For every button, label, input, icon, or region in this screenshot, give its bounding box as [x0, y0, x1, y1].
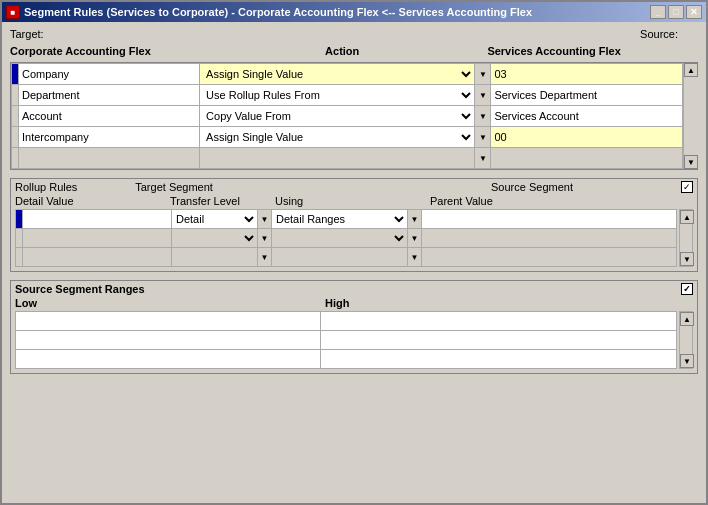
ranges-grid [15, 311, 677, 369]
content-area: Target: Source: Corporate Accounting Fle… [2, 22, 706, 503]
action-cell-td[interactable]: Assign Single Value Use Rollup Rules Fro… [200, 64, 491, 85]
table-row: Company Assign Single Value Use Rollup R… [12, 64, 683, 85]
rollup-detail-input[interactable] [23, 210, 171, 228]
main-window: ■ Segment Rules (Services to Corporate) … [0, 0, 708, 505]
high-input-2[interactable] [321, 331, 676, 349]
scroll-up-button[interactable]: ▲ [684, 63, 698, 77]
rollup-scroll-down[interactable]: ▼ [680, 252, 694, 266]
ranges-checkbox[interactable] [681, 283, 693, 295]
using-dropdown-arrow[interactable]: ▼ [407, 210, 421, 228]
window-icon: ■ [6, 5, 20, 19]
minimize-button[interactable]: _ [650, 5, 666, 19]
scroll-down-button[interactable]: ▼ [684, 155, 698, 169]
action-select-account[interactable]: Copy Value From Assign Single Value Use … [200, 106, 474, 126]
ranges-header: Source Segment Ranges [11, 281, 697, 297]
rollup-source-cell[interactable] [422, 210, 677, 229]
detail-value-header: Detail Value [15, 195, 170, 207]
row-indicator-empty [12, 85, 19, 106]
rollup-transfer-cell-empty3: ▼ [172, 248, 272, 267]
high-cell-1[interactable] [321, 312, 677, 331]
rollup-source-cell-empty3 [422, 248, 677, 267]
dropdown-arrow-company[interactable]: ▼ [474, 64, 490, 84]
source-cell-company[interactable]: 03 [491, 64, 683, 85]
rollup-source-input[interactable] [422, 210, 676, 228]
action-dropdown-company[interactable]: Assign Single Value Use Rollup Rules Fro… [200, 64, 490, 84]
rollup-section: Rollup Rules Target Segment Source Segme… [10, 178, 698, 272]
using-header: Using [275, 195, 430, 207]
empty-source [491, 148, 682, 168]
source-label: Source: [640, 28, 678, 40]
using-dropdown-arrow-3[interactable]: ▼ [407, 248, 421, 266]
ranges-scroll-up[interactable]: ▲ [680, 312, 694, 326]
target-cell-interco: Intercompany [19, 127, 200, 148]
low-input-3[interactable] [16, 350, 320, 368]
rollup-using-cell-empty3: ▼ [272, 248, 422, 267]
rollup-transfer-select[interactable]: Detail Summary [172, 210, 257, 228]
ranges-scroll-down[interactable]: ▼ [680, 354, 694, 368]
row-indicator-account [12, 106, 19, 127]
rollup-scroll-track [680, 224, 692, 252]
source-cell-interco[interactable]: 00 [491, 127, 683, 148]
rollup-detail-cell[interactable] [23, 210, 172, 229]
action-select-company[interactable]: Assign Single Value Use Rollup Rules Fro… [200, 64, 474, 84]
low-cell-2[interactable] [16, 331, 321, 350]
main-grid-scrollbar[interactable]: ▲ ▼ [683, 63, 697, 169]
target-source-header: Target: Source: [10, 28, 698, 40]
row-indicator-interco [12, 127, 19, 148]
rollup-using-cell[interactable]: Detail Ranges Summary Ranges ▼ [272, 210, 422, 229]
high-input-1[interactable] [321, 312, 676, 330]
rollup-row-indicator-empty [16, 229, 23, 248]
ranges-scrollbar[interactable]: ▲ ▼ [679, 311, 693, 369]
transfer-dropdown-arrow-3[interactable]: ▼ [257, 248, 271, 266]
using-dropdown-arrow-2[interactable]: ▼ [407, 229, 421, 247]
action-cell-account-td[interactable]: Copy Value From Assign Single Value Use … [200, 106, 491, 127]
rollup-detail-cell-empty3 [23, 248, 172, 267]
high-cell-2[interactable] [321, 331, 677, 350]
transfer-dropdown-arrow[interactable]: ▼ [257, 210, 271, 228]
table-row-empty: ▼ [12, 148, 683, 169]
source-cell-dept: Services Department [491, 85, 683, 106]
transfer-dropdown-arrow-2[interactable]: ▼ [257, 229, 271, 247]
target-cell: Company [19, 64, 200, 85]
action-dropdown-dept[interactable]: Use Rollup Rules From Assign Single Valu… [200, 85, 490, 105]
intercompany-label: Intercompany [19, 127, 199, 147]
high-cell-3[interactable] [321, 350, 677, 369]
ranges-row [16, 312, 677, 331]
rollup-checkbox[interactable] [681, 181, 693, 193]
rollup-using-select[interactable]: Detail Ranges Summary Ranges [272, 210, 407, 228]
action-dropdown-account[interactable]: Copy Value From Assign Single Value Use … [200, 106, 490, 126]
ranges-row [16, 331, 677, 350]
action-select-dept[interactable]: Use Rollup Rules From Assign Single Valu… [200, 85, 474, 105]
source-value-account: Services Account [491, 106, 682, 126]
dropdown-arrow-account[interactable]: ▼ [474, 106, 490, 126]
low-cell-1[interactable] [16, 312, 321, 331]
low-cell-3[interactable] [16, 350, 321, 369]
rollup-subheader: Detail Value Transfer Level Using Parent… [11, 195, 697, 207]
rollup-using-select-2[interactable] [272, 229, 407, 247]
high-input-3[interactable] [321, 350, 676, 368]
low-input-2[interactable] [16, 331, 320, 349]
dropdown-arrow-empty[interactable]: ▼ [474, 148, 490, 168]
ranges-labels: Low High [11, 297, 697, 309]
source-value-company[interactable]: 03 [491, 64, 682, 84]
source-value-interco[interactable]: 00 [491, 127, 682, 147]
dropdown-arrow-dept[interactable]: ▼ [474, 85, 490, 105]
company-label: Company [19, 64, 199, 84]
low-input-1[interactable] [16, 312, 320, 330]
action-empty: ▼ [200, 148, 490, 168]
row-indicator-empty5 [12, 148, 19, 169]
maximize-button[interactable]: □ [668, 5, 684, 19]
action-cell-dept-td[interactable]: Use Rollup Rules From Assign Single Valu… [200, 85, 491, 106]
rollup-row: ▼ ▼ [16, 248, 677, 267]
action-cell-interco-td[interactable]: Assign Single Value Use Rollup Rules Fro… [200, 127, 491, 148]
rollup-scroll-up[interactable]: ▲ [680, 210, 694, 224]
rollup-transfer-select-2[interactable] [172, 229, 257, 247]
rollup-transfer-cell[interactable]: Detail Summary ▼ [172, 210, 272, 229]
dropdown-arrow-interco[interactable]: ▼ [474, 127, 490, 147]
close-button[interactable]: ✕ [686, 5, 702, 19]
rollup-scrollbar[interactable]: ▲ ▼ [679, 209, 693, 267]
rollup-source-cell-empty [422, 229, 677, 248]
ranges-section: Source Segment Ranges Low High [10, 280, 698, 374]
action-select-interco[interactable]: Assign Single Value Use Rollup Rules Fro… [200, 127, 474, 147]
action-dropdown-interco[interactable]: Assign Single Value Use Rollup Rules Fro… [200, 127, 490, 147]
